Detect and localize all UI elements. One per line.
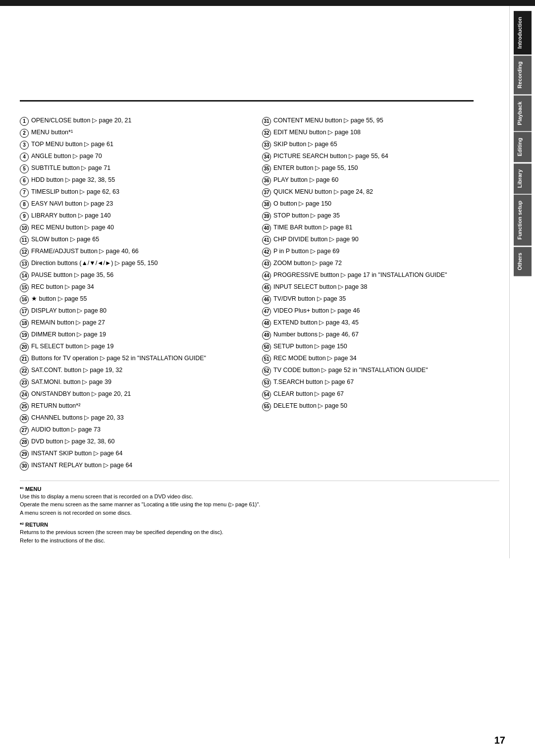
item-number: 8 [20,200,29,209]
list-item: 8EASY NAVI button ▷ page 23 [20,200,257,209]
item-text: Number buttons ▷ page 46, 67 [273,330,499,339]
item-number: 54 [262,390,271,399]
sidebar-tab-playback[interactable]: Playback [514,96,532,131]
item-text: HDD button ▷ page 32, 38, 55 [31,176,257,185]
sidebar-tab-library[interactable]: Library [514,163,532,194]
item-text: DISPLAY button ▷ page 80 [31,307,257,316]
list-item: 51REC MODE button ▷ page 34 [262,354,499,364]
item-number: 16 [20,295,29,304]
item-number: 1 [20,117,29,126]
item-number: 49 [262,331,271,340]
item-number: 45 [262,283,271,292]
footnote-text: Operate the menu screen as the same mann… [20,501,260,507]
item-text: DVD button ▷ page 32, 38, 60 [31,437,257,446]
item-text: FRAME/ADJUST button ▷ page 40, 66 [31,247,257,256]
list-item: 46TV/DVR button ▷ page 35 [262,295,499,304]
item-text: SETUP button ▷ page 150 [273,342,499,351]
item-number: 28 [20,438,29,447]
item-number: 36 [262,176,271,185]
item-number: 18 [20,319,29,328]
list-item: 16★ button ▷ page 55 [20,295,257,304]
footnote-text: A menu screen is not recorded on some di… [20,510,132,516]
list-item: 3TOP MENU button ▷ page 61 [20,140,257,150]
two-columns: 1OPEN/CLOSE button ▷ page 20, 212MENU bu… [20,116,499,473]
right-sidebar: IntroductionRecordingPlaybackEditingLibr… [509,6,535,558]
item-text: DELETE button ▷ page 50 [273,402,499,411]
list-item: 17DISPLAY button ▷ page 80 [20,307,257,316]
item-number: 14 [20,271,29,280]
list-item: 55DELETE button ▷ page 50 [262,402,499,411]
item-number: 44 [262,271,271,280]
item-text: PAUSE buttton ▷ page 35, 56 [31,271,257,280]
list-item: 22SAT.CONT. button ▷ page 19, 32 [20,366,257,376]
list-item: 26CHANNEL buttons ▷ page 20, 33 [20,414,257,423]
item-text: EXTEND button ▷ page 43, 45 [273,319,499,327]
item-text: PICTURE SEARCH button ▷ page 55, 64 [273,152,499,161]
list-item: 28DVD button ▷ page 32, 38, 60 [20,437,257,447]
list-item: 37QUICK MENU button ▷ page 24, 82 [262,188,499,197]
item-text: FL SELECT button ▷ page 19 [31,342,257,351]
list-item: 32EDIT MENU button ▷ page 108 [262,128,499,138]
sidebar-tab-recording[interactable]: Recording [514,55,532,94]
item-text: Buttons for TV operation ▷ page 52 in "I… [31,354,257,363]
sidebar-tab-others[interactable]: Others [514,247,532,276]
list-item: 48EXTEND button ▷ page 43, 45 [262,319,499,328]
list-item: 11SLOW button ▷ page 65 [20,235,257,245]
item-text: MENU button*¹ [31,128,257,137]
item-number: 42 [262,248,271,257]
footnote-item: *¹ MENUUse this to display a menu screen… [20,485,499,517]
item-text: TIMESLIP button ▷ page 62, 63 [31,188,257,197]
footnote-text: Returns to the previous screen (the scre… [20,529,223,535]
list-item: 53T.SEARCH button ▷ page 67 [262,378,499,387]
item-text: INSTANT REPLAY button ▷ page 64 [31,461,257,470]
list-item: 54CLEAR button ▷ page 67 [262,390,499,399]
item-text: TV/DVR button ▷ page 35 [273,295,499,304]
item-number: 26 [20,414,29,423]
list-item: 5SUBTITLE button ▷ page 71 [20,164,257,173]
list-item: 40TIME BAR button ▷ page 81 [262,223,499,233]
list-item: 18REMAIN button ▷ page 27 [20,319,257,328]
sidebar-tab-introduction[interactable]: Introduction [514,11,532,54]
sidebar-tab-function-setup[interactable]: Function setup [514,195,532,246]
list-item: 13Direction buttons (▲/▼/◄/►) ▷ page 55,… [20,259,257,269]
list-item: 24ON/STANDBY button ▷ page 20, 21 [20,390,257,399]
item-number: 55 [262,402,271,411]
item-text: T.SEARCH button ▷ page 67 [273,378,499,387]
item-number: 37 [262,188,271,197]
item-text: OPEN/CLOSE button ▷ page 20, 21 [31,116,257,125]
item-text: P in P button ▷ page 69 [273,247,499,256]
item-text: SUBTITLE button ▷ page 71 [31,164,257,173]
content-area: 1OPEN/CLOSE button ▷ page 20, 212MENU bu… [0,6,535,558]
list-item: 50SETUP button ▷ page 150 [262,342,499,352]
sidebar-tab-editing[interactable]: Editing [514,132,532,162]
item-text: SAT.CONT. button ▷ page 19, 32 [31,366,257,375]
item-text: CLEAR button ▷ page 67 [273,390,499,399]
item-number: 2 [20,129,29,138]
list-item: 34PICTURE SEARCH button ▷ page 55, 64 [262,152,499,162]
item-number: 53 [262,378,271,387]
item-text: REC MENU button ▷ page 40 [31,223,257,232]
list-item: 1OPEN/CLOSE button ▷ page 20, 21 [20,116,257,126]
footnote-marker: *¹ MENU [20,486,41,492]
item-number: 30 [20,462,29,471]
item-number: 9 [20,212,29,221]
list-item: 15REC button ▷ page 34 [20,283,257,292]
item-number: 22 [20,367,29,376]
footnote-marker: *² RETURN [20,522,48,528]
item-number: 40 [262,224,271,233]
list-item: 47VIDEO Plus+ button ▷ page 46 [262,307,499,316]
list-item: 31CONTENT MENU button ▷ page 55, 95 [262,116,499,126]
item-number: 4 [20,153,29,162]
item-text: DIMMER button ▷ page 19 [31,330,257,339]
list-item: 20FL SELECT button ▷ page 19 [20,342,257,352]
item-text: REMAIN button ▷ page 27 [31,319,257,327]
item-text: SAT.MONI. button ▷ page 39 [31,378,257,387]
item-text: STOP button ▷ page 35 [273,212,499,220]
footnote-item: *² RETURNReturns to the previous screen … [20,521,499,544]
item-number: 29 [20,450,29,459]
item-number: 47 [262,307,271,316]
item-text: TOP MENU button ▷ page 61 [31,140,257,149]
list-item: 6HDD button ▷ page 32, 38, 55 [20,176,257,185]
item-text: EASY NAVI button ▷ page 23 [31,200,257,209]
list-item: 27AUDIO button ▷ page 73 [20,426,257,435]
